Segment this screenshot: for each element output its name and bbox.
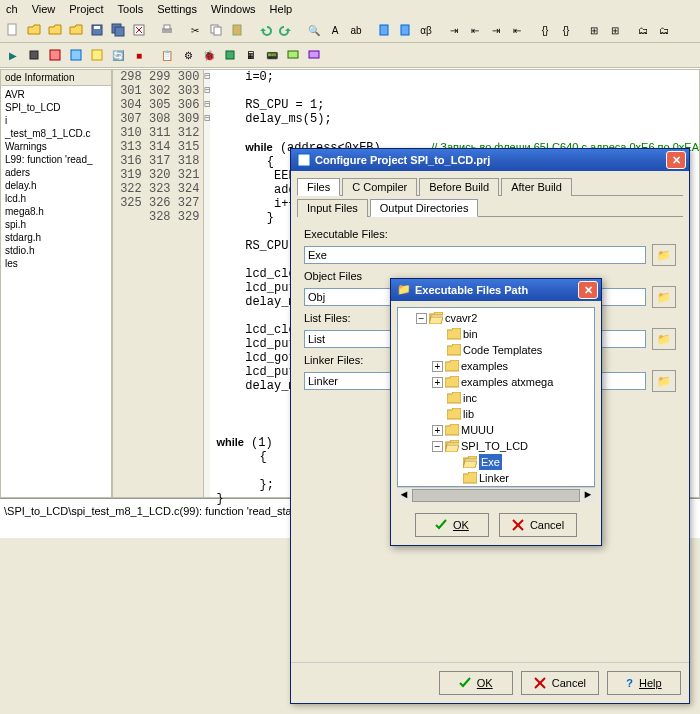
findnext-icon[interactable]: A	[325, 20, 345, 40]
browse-obj-button[interactable]: 📁	[652, 286, 676, 308]
tree-item[interactable]: inc	[400, 390, 592, 406]
open3-icon[interactable]	[66, 20, 86, 40]
tree2-icon[interactable]: 🗂	[654, 20, 674, 40]
sidebar-item[interactable]: delay.h	[3, 179, 109, 192]
sidebar-item[interactable]: mega8.h	[3, 205, 109, 218]
open2-icon[interactable]	[45, 20, 65, 40]
new-icon[interactable]	[3, 20, 23, 40]
copy-icon[interactable]	[206, 20, 226, 40]
compile-icon[interactable]	[66, 45, 86, 65]
tab-ccompiler[interactable]: C Compiler	[342, 178, 417, 196]
chip-icon[interactable]	[24, 45, 44, 65]
bug-icon[interactable]: 🐞	[199, 45, 219, 65]
tree-item[interactable]: bin	[400, 326, 592, 342]
menu-item[interactable]: View	[32, 3, 56, 15]
sidebar-item[interactable]: AVR	[3, 88, 109, 101]
open-icon[interactable]	[24, 20, 44, 40]
gear-icon[interactable]: ⚙	[178, 45, 198, 65]
bookmark-icon[interactable]	[374, 20, 394, 40]
print-icon[interactable]	[157, 20, 177, 40]
cut-icon[interactable]: ✂	[185, 20, 205, 40]
tree-item[interactable]: −SPI_TO_LCD	[400, 438, 592, 454]
tree-item[interactable]: −cvavr2	[400, 310, 592, 326]
menu-item[interactable]: Windows	[211, 3, 256, 15]
tree1-icon[interactable]: 🗂	[633, 20, 653, 40]
path-close-button[interactable]: ✕	[578, 281, 598, 299]
chip2-icon[interactable]	[220, 45, 240, 65]
menu-item[interactable]: Project	[69, 3, 103, 15]
sidebar-item[interactable]: stdarg.h	[3, 231, 109, 244]
sidebar-item[interactable]: SPI_to_LCD	[3, 101, 109, 114]
close-icon[interactable]	[129, 20, 149, 40]
menu-item[interactable]: Settings	[157, 3, 197, 15]
help-button[interactable]: ?Help	[607, 671, 681, 695]
serial-icon[interactable]: 📟	[262, 45, 282, 65]
folder-tree[interactable]: −cvavr2binCode Templates+examples+exampl…	[397, 307, 595, 487]
display-icon[interactable]	[304, 45, 324, 65]
goto-icon[interactable]: {}	[535, 20, 555, 40]
rebuild-icon[interactable]: 🔄	[108, 45, 128, 65]
stop-icon[interactable]: ■	[129, 45, 149, 65]
tree-item[interactable]: +examples	[400, 358, 592, 374]
path-cancel-button[interactable]: Cancel	[499, 513, 577, 537]
goto2-icon[interactable]: {}	[556, 20, 576, 40]
tab-afterbuild[interactable]: After Build	[501, 178, 572, 196]
browse-list-button[interactable]: 📁	[652, 328, 676, 350]
tool1-icon[interactable]: ⊞	[584, 20, 604, 40]
outdent2-icon[interactable]: ⇤	[507, 20, 527, 40]
undo-icon[interactable]	[255, 20, 275, 40]
svg-rect-4	[115, 27, 124, 36]
path-titlebar[interactable]: 📁 Executable Files Path ✕	[391, 279, 601, 301]
ok-button[interactable]: OK	[439, 671, 513, 695]
tree-item[interactable]: Code Templates	[400, 342, 592, 358]
sidebar-item[interactable]: L99: function 'read_	[3, 153, 109, 166]
tab-files[interactable]: Files	[297, 178, 340, 196]
sidebar-item[interactable]: _test_m8_1_LCD.c	[3, 127, 109, 140]
replace-icon[interactable]: ab	[346, 20, 366, 40]
exec-input[interactable]	[304, 246, 646, 264]
subtab-output[interactable]: Output Directories	[370, 199, 479, 217]
project-icon[interactable]	[45, 45, 65, 65]
menu-item[interactable]: Tools	[118, 3, 144, 15]
paste-icon[interactable]	[227, 20, 247, 40]
tree-item[interactable]: Linker	[400, 470, 592, 486]
dialog-titlebar[interactable]: Configure Project SPI_to_LCD.prj ✕	[291, 149, 689, 171]
close-button[interactable]: ✕	[666, 151, 686, 169]
sidebar-item[interactable]: aders	[3, 166, 109, 179]
menu-item[interactable]: ch	[6, 3, 18, 15]
indent-icon[interactable]: ⇥	[444, 20, 464, 40]
tool2-icon[interactable]: ⊞	[605, 20, 625, 40]
save-icon[interactable]	[87, 20, 107, 40]
indent2-icon[interactable]: ⇥	[486, 20, 506, 40]
lcd-icon[interactable]	[283, 45, 303, 65]
tree-item[interactable]: +examples atxmega	[400, 374, 592, 390]
tree-hscroll[interactable]: ◄ ►	[397, 487, 595, 503]
find-icon[interactable]: 🔍	[304, 20, 324, 40]
calc-icon[interactable]: 🖩	[241, 45, 261, 65]
saveall-icon[interactable]	[108, 20, 128, 40]
browse-linker-button[interactable]: 📁	[652, 370, 676, 392]
sidebar-item[interactable]: Warnings	[3, 140, 109, 153]
sidebar-item[interactable]: spi.h	[3, 218, 109, 231]
sidebar-item[interactable]: stdio.h	[3, 244, 109, 257]
outdent-icon[interactable]: ⇤	[465, 20, 485, 40]
tree-item[interactable]: Exe	[400, 454, 592, 470]
browse-exec-button[interactable]: 📁	[652, 244, 676, 266]
sidebar-item[interactable]: les	[3, 257, 109, 270]
tree-item[interactable]: lib	[400, 406, 592, 422]
make-icon[interactable]	[87, 45, 107, 65]
bookmark2-icon[interactable]	[395, 20, 415, 40]
tree-item[interactable]: +MUUU	[400, 422, 592, 438]
menu-item[interactable]: Help	[270, 3, 293, 15]
tab-beforebuild[interactable]: Before Build	[419, 178, 499, 196]
sidebar-item[interactable]: i	[3, 114, 109, 127]
redo-icon[interactable]	[276, 20, 296, 40]
text-icon[interactable]: αβ	[416, 20, 436, 40]
sidebar-item[interactable]: lcd.h	[3, 192, 109, 205]
build-icon[interactable]: ▶	[3, 45, 23, 65]
config-icon[interactable]: 📋	[157, 45, 177, 65]
cancel-button[interactable]: Cancel	[521, 671, 599, 695]
subtab-input[interactable]: Input Files	[297, 199, 368, 217]
path-ok-button[interactable]: OK	[415, 513, 489, 537]
sidebar-tab[interactable]: ode Information	[1, 70, 111, 86]
